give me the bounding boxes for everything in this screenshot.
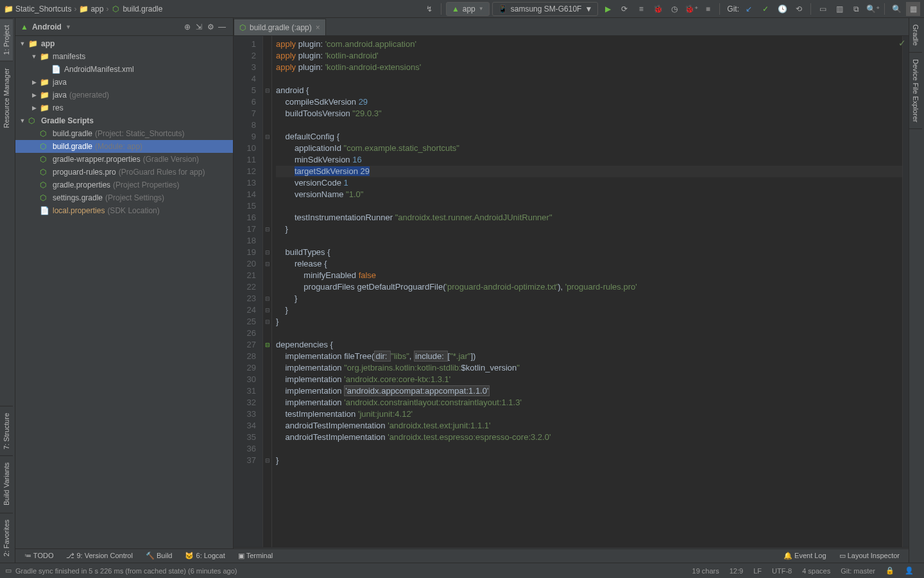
- crumb-project[interactable]: 📁 Static_Shortcuts: [4, 4, 71, 13]
- code-line[interactable]: versionCode 1: [276, 177, 902, 189]
- code-line[interactable]: release {: [276, 258, 902, 270]
- apply-changes-icon[interactable]: ⟳: [617, 2, 631, 16]
- code-line[interactable]: applicationId "com.example.static_shortc…: [276, 143, 902, 154]
- tree-arrow-icon[interactable]: ▼: [30, 53, 38, 60]
- code-line[interactable]: apply plugin: 'kotlin-android-extensions…: [276, 62, 902, 73]
- status-segment[interactable]: 4 spaces: [797, 567, 835, 575]
- code-line[interactable]: [276, 328, 902, 339]
- code-line[interactable]: }: [276, 223, 902, 235]
- code-line[interactable]: apply plugin: 'kotlin-android': [276, 50, 902, 62]
- tree-arrow-icon[interactable]: ▼: [18, 118, 27, 124]
- tree-arrow-icon[interactable]: ▶: [30, 105, 38, 111]
- code-line[interactable]: }: [276, 455, 902, 466]
- vcs-revert-icon[interactable]: ⟲: [792, 2, 806, 16]
- tree-row[interactable]: ⬡settings.gradle(Project Settings): [15, 191, 233, 204]
- code-line[interactable]: implementation "org.jetbrains.kotlin:kot…: [276, 362, 902, 374]
- toolwindow-button[interactable]: ⎇ 9: Version Control: [60, 549, 139, 563]
- tree-row[interactable]: 📄local.properties(SDK Location): [15, 204, 233, 217]
- strip-button[interactable]: 1: Project: [0, 18, 13, 61]
- code-line[interactable]: buildToolsVersion "29.0.3": [276, 108, 902, 119]
- tree-row[interactable]: ⬡gradle.properties(Project Properties): [15, 179, 233, 191]
- editor-tab[interactable]: ⬡ build.gradle (:app) ×: [234, 19, 326, 35]
- vcs-update-icon[interactable]: ↙: [742, 2, 756, 16]
- attach-debug-icon[interactable]: 🐞⁺: [684, 2, 698, 16]
- stop-icon[interactable]: ■: [701, 2, 715, 16]
- code-line[interactable]: proguardFiles getDefaultProguardFile('pr…: [276, 281, 902, 293]
- avd-manager-icon[interactable]: ▭: [816, 2, 830, 16]
- tree-row[interactable]: ▶📁java: [15, 76, 233, 89]
- code-line[interactable]: compileSdkVersion 29: [276, 96, 902, 108]
- code-line[interactable]: minSdkVersion 16: [276, 154, 902, 166]
- fold-column[interactable]: ⊟⊟⊟⊟⊟⊟⊟⊟⊟⊟: [263, 36, 272, 547]
- profile-icon[interactable]: ◷: [667, 2, 681, 16]
- code-line[interactable]: implementation 'androidx.core:core-ktx:1…: [276, 374, 902, 385]
- code-line[interactable]: androidTestImplementation 'androidx.test…: [276, 432, 902, 443]
- vcs-commit-icon[interactable]: ✓: [758, 2, 773, 16]
- strip-button[interactable]: 7: Structure: [0, 406, 13, 456]
- toolwindow-button[interactable]: ≔ TODO: [18, 549, 60, 563]
- debug-icon[interactable]: 🐞: [651, 2, 665, 16]
- resource-manager-icon[interactable]: ⧉: [849, 2, 863, 16]
- code-line[interactable]: dependencies {: [276, 339, 902, 351]
- code-line[interactable]: buildTypes {: [276, 247, 902, 258]
- code-line[interactable]: [276, 119, 902, 131]
- code-line[interactable]: [276, 443, 902, 455]
- code-line[interactable]: [276, 73, 902, 85]
- code-line[interactable]: [276, 235, 902, 247]
- code-line[interactable]: implementation 'androidx.appcompat:appco…: [276, 385, 902, 397]
- tree-arrow-icon[interactable]: ▶: [30, 79, 38, 85]
- editor-body[interactable]: 1234567891011121314151617181920212223242…: [234, 36, 909, 547]
- close-icon[interactable]: ×: [316, 23, 320, 32]
- run-config-select[interactable]: ▲ app ▼: [446, 2, 490, 16]
- status-segment[interactable]: UTF-8: [767, 567, 797, 575]
- device-select[interactable]: 📱 samsung SM-G610F ▼: [492, 2, 599, 16]
- project-view-label[interactable]: Android: [32, 22, 62, 31]
- status-progress-icon[interactable]: 👤: [900, 566, 919, 575]
- run-icon[interactable]: ▶: [601, 2, 615, 16]
- toolwindow-button[interactable]: ▭ Layout Inspector: [833, 549, 906, 563]
- tree-row[interactable]: ▶📁res: [15, 101, 233, 114]
- code-line[interactable]: testImplementation 'junit:junit:4.12': [276, 408, 902, 420]
- strip-button[interactable]: 2: Favorites: [0, 512, 13, 563]
- tree-row[interactable]: 📄AndroidManifest.xml: [15, 63, 233, 76]
- line-gutter[interactable]: 1234567891011121314151617181920212223242…: [234, 36, 263, 547]
- collapse-icon[interactable]: ⇲: [193, 21, 205, 33]
- strip-button[interactable]: Device File Explorer: [909, 53, 922, 129]
- toolwindow-button[interactable]: ▣ Terminal: [232, 549, 279, 563]
- code-line[interactable]: apply plugin: 'com.android.application': [276, 39, 902, 50]
- tree-row[interactable]: ⬡build.gradle(Module: app): [15, 140, 233, 153]
- search-icon[interactable]: 🔍: [889, 2, 903, 16]
- locate-icon[interactable]: ⊕: [182, 21, 193, 33]
- toolwindow-button[interactable]: 🔔 Event Log: [777, 549, 833, 563]
- toolwindow-button[interactable]: 🐱 6: Logcat: [178, 549, 231, 563]
- strip-button[interactable]: Resource Manager: [0, 61, 13, 135]
- code-line[interactable]: }: [276, 293, 902, 304]
- apply-code-icon[interactable]: ≡: [634, 2, 648, 16]
- layout-inspector-icon[interactable]: 🔍⁺: [866, 2, 880, 16]
- code-line[interactable]: [276, 200, 902, 212]
- project-tree[interactable]: ▼📁app▼📁manifests📄AndroidManifest.xml▶📁ja…: [15, 36, 233, 563]
- status-segment[interactable]: LF: [748, 567, 767, 575]
- tree-row[interactable]: ⬡proguard-rules.pro(ProGuard Rules for a…: [15, 166, 233, 179]
- code-line[interactable]: targetSdkVersion 29: [276, 166, 902, 177]
- tree-row[interactable]: ⬡build.gradle(Project: Static_Shortcuts): [15, 127, 233, 140]
- tree-row[interactable]: ▼📁manifests: [15, 50, 233, 63]
- code-line[interactable]: implementation 'androidx.constraintlayou…: [276, 397, 902, 408]
- error-stripe[interactable]: ✓: [902, 36, 909, 547]
- tree-row[interactable]: ▼📁app: [15, 37, 233, 50]
- toolwindow-button[interactable]: 🔨 Build: [139, 549, 179, 563]
- tree-row[interactable]: ⬡gradle-wrapper.properties(Gradle Versio…: [15, 153, 233, 166]
- code-area[interactable]: apply plugin: 'com.android.application'a…: [272, 36, 902, 547]
- tree-arrow-icon[interactable]: ▼: [18, 40, 27, 47]
- lock-icon[interactable]: 🔒: [880, 566, 900, 575]
- code-line[interactable]: minifyEnabled false: [276, 270, 902, 281]
- hide-icon[interactable]: —: [216, 21, 228, 33]
- status-segment[interactable]: 12:9: [724, 567, 748, 575]
- sdk-manager-icon[interactable]: ▥: [832, 2, 846, 16]
- sync-icon[interactable]: ↯: [422, 2, 436, 16]
- dropdown-icon[interactable]: ▼: [65, 24, 71, 30]
- code-line[interactable]: }: [276, 304, 902, 316]
- status-segment[interactable]: 19 chars: [687, 567, 724, 575]
- status-segment[interactable]: Git: master: [835, 567, 880, 575]
- code-line[interactable]: }: [276, 316, 902, 328]
